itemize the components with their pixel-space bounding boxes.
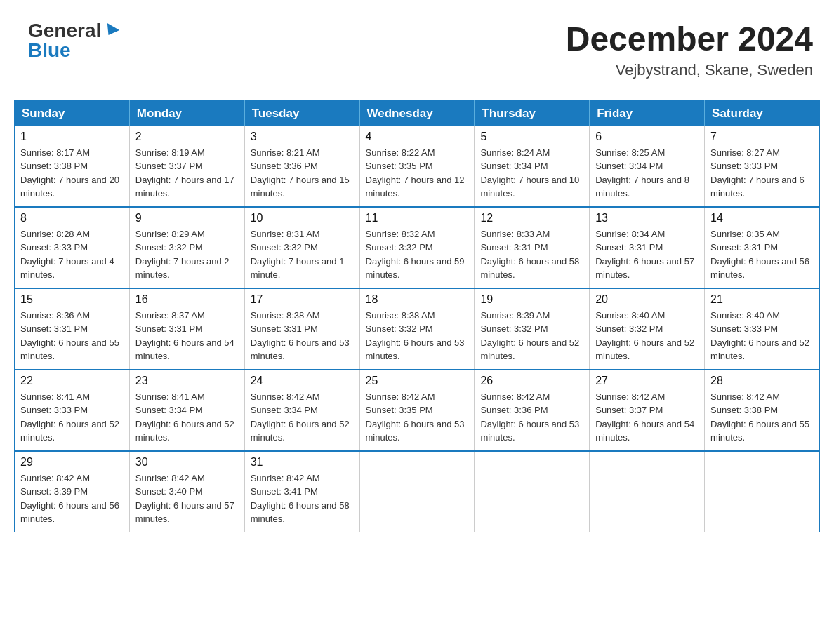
calendar-day-cell: 23 Sunrise: 8:41 AMSunset: 3:34 PMDaylig… [129, 370, 244, 451]
calendar-day-cell: 28 Sunrise: 8:42 AMSunset: 3:38 PMDaylig… [705, 370, 820, 451]
calendar-day-cell [590, 451, 705, 532]
day-info: Sunrise: 8:42 AMSunset: 3:40 PMDaylight:… [135, 471, 239, 526]
calendar-day-cell: 6 Sunrise: 8:25 AMSunset: 3:34 PMDayligh… [590, 126, 705, 207]
day-number: 22 [20, 375, 124, 387]
day-number: 27 [595, 375, 699, 387]
day-info: Sunrise: 8:38 AMSunset: 3:32 PMDaylight:… [366, 309, 469, 363]
calendar-day-cell: 22 Sunrise: 8:41 AMSunset: 3:33 PMDaylig… [15, 370, 130, 451]
day-number: 15 [20, 293, 124, 306]
day-number: 21 [710, 293, 814, 306]
calendar-day-cell: 13 Sunrise: 8:34 AMSunset: 3:31 PMDaylig… [590, 207, 705, 288]
day-info: Sunrise: 8:42 AMSunset: 3:39 PMDaylight:… [20, 471, 124, 526]
day-info: Sunrise: 8:40 AMSunset: 3:32 PMDaylight:… [595, 309, 699, 363]
header-wednesday: Wednesday [359, 100, 475, 126]
calendar-day-cell: 15 Sunrise: 8:36 AMSunset: 3:31 PMDaylig… [15, 288, 130, 370]
calendar-header-row: Sunday Monday Tuesday Wednesday Thursday… [15, 100, 820, 126]
page-header: General Blue December 2024 Vejbystrand, … [14, 14, 820, 86]
day-number: 31 [251, 456, 354, 469]
day-number: 24 [251, 375, 354, 387]
calendar-day-cell: 18 Sunrise: 8:38 AMSunset: 3:32 PMDaylig… [359, 288, 475, 370]
calendar-day-cell: 12 Sunrise: 8:33 AMSunset: 3:31 PMDaylig… [475, 207, 590, 288]
day-info: Sunrise: 8:27 AMSunset: 3:33 PMDaylight:… [710, 146, 814, 201]
day-number: 5 [480, 130, 583, 143]
day-number: 29 [20, 456, 124, 469]
day-info: Sunrise: 8:42 AMSunset: 3:37 PMDaylight:… [595, 390, 699, 445]
day-info: Sunrise: 8:42 AMSunset: 3:34 PMDaylight:… [251, 390, 354, 445]
day-number: 23 [135, 375, 239, 387]
day-number: 14 [710, 212, 814, 224]
header-tuesday: Tuesday [244, 100, 359, 126]
calendar-day-cell: 4 Sunrise: 8:22 AMSunset: 3:35 PMDayligh… [359, 126, 475, 207]
header-sunday: Sunday [15, 100, 130, 126]
day-number: 30 [135, 456, 239, 469]
day-number: 1 [20, 130, 124, 143]
calendar-day-cell: 5 Sunrise: 8:24 AMSunset: 3:34 PMDayligh… [475, 126, 590, 207]
calendar-day-cell: 3 Sunrise: 8:21 AMSunset: 3:36 PMDayligh… [244, 126, 359, 207]
calendar-day-cell: 7 Sunrise: 8:27 AMSunset: 3:33 PMDayligh… [705, 126, 820, 207]
day-info: Sunrise: 8:36 AMSunset: 3:31 PMDaylight:… [20, 309, 124, 363]
day-number: 26 [480, 375, 583, 387]
header-friday: Friday [590, 100, 705, 126]
day-number: 19 [480, 293, 583, 306]
calendar-day-cell: 29 Sunrise: 8:42 AMSunset: 3:39 PMDaylig… [15, 451, 130, 532]
calendar-day-cell [705, 451, 820, 532]
logo-general-text: General [28, 21, 101, 41]
day-info: Sunrise: 8:33 AMSunset: 3:31 PMDaylight:… [480, 227, 583, 282]
day-number: 25 [366, 375, 469, 387]
day-number: 7 [710, 130, 814, 143]
calendar-day-cell: 27 Sunrise: 8:42 AMSunset: 3:37 PMDaylig… [590, 370, 705, 451]
day-number: 11 [366, 212, 469, 224]
day-info: Sunrise: 8:17 AMSunset: 3:38 PMDaylight:… [20, 146, 124, 201]
logo: General Blue [28, 21, 118, 60]
day-number: 28 [710, 375, 814, 387]
calendar-day-cell: 25 Sunrise: 8:42 AMSunset: 3:35 PMDaylig… [359, 370, 475, 451]
day-info: Sunrise: 8:29 AMSunset: 3:32 PMDaylight:… [135, 227, 239, 282]
header-thursday: Thursday [475, 100, 590, 126]
day-number: 4 [366, 130, 469, 143]
calendar-day-cell: 24 Sunrise: 8:42 AMSunset: 3:34 PMDaylig… [244, 370, 359, 451]
calendar-week-row: 15 Sunrise: 8:36 AMSunset: 3:31 PMDaylig… [15, 288, 820, 370]
day-info: Sunrise: 8:34 AMSunset: 3:31 PMDaylight:… [595, 227, 699, 282]
calendar-day-cell: 17 Sunrise: 8:38 AMSunset: 3:31 PMDaylig… [244, 288, 359, 370]
calendar-week-row: 29 Sunrise: 8:42 AMSunset: 3:39 PMDaylig… [15, 451, 820, 532]
day-info: Sunrise: 8:21 AMSunset: 3:36 PMDaylight:… [251, 146, 354, 201]
day-info: Sunrise: 8:19 AMSunset: 3:37 PMDaylight:… [135, 146, 239, 201]
header-saturday: Saturday [705, 100, 820, 126]
calendar-day-cell: 9 Sunrise: 8:29 AMSunset: 3:32 PMDayligh… [129, 207, 244, 288]
day-info: Sunrise: 8:31 AMSunset: 3:32 PMDaylight:… [251, 227, 354, 282]
day-number: 9 [135, 212, 239, 224]
calendar-day-cell: 14 Sunrise: 8:35 AMSunset: 3:31 PMDaylig… [705, 207, 820, 288]
calendar-table: Sunday Monday Tuesday Wednesday Thursday… [14, 100, 820, 532]
day-info: Sunrise: 8:24 AMSunset: 3:34 PMDaylight:… [480, 146, 583, 201]
title-area: December 2024 Vejbystrand, Skane, Sweden [566, 21, 813, 79]
day-info: Sunrise: 8:41 AMSunset: 3:34 PMDaylight:… [135, 390, 239, 445]
calendar-day-cell: 19 Sunrise: 8:39 AMSunset: 3:32 PMDaylig… [475, 288, 590, 370]
calendar-week-row: 8 Sunrise: 8:28 AMSunset: 3:33 PMDayligh… [15, 207, 820, 288]
day-info: Sunrise: 8:28 AMSunset: 3:33 PMDaylight:… [20, 227, 124, 282]
day-info: Sunrise: 8:22 AMSunset: 3:35 PMDaylight:… [366, 146, 469, 201]
day-info: Sunrise: 8:42 AMSunset: 3:36 PMDaylight:… [480, 390, 583, 445]
calendar-day-cell: 2 Sunrise: 8:19 AMSunset: 3:37 PMDayligh… [129, 126, 244, 207]
day-number: 6 [595, 130, 699, 143]
day-number: 3 [251, 130, 354, 143]
day-info: Sunrise: 8:42 AMSunset: 3:35 PMDaylight:… [366, 390, 469, 445]
calendar-day-cell: 26 Sunrise: 8:42 AMSunset: 3:36 PMDaylig… [475, 370, 590, 451]
day-info: Sunrise: 8:32 AMSunset: 3:32 PMDaylight:… [366, 227, 469, 282]
day-number: 20 [595, 293, 699, 306]
day-info: Sunrise: 8:41 AMSunset: 3:33 PMDaylight:… [20, 390, 124, 445]
day-number: 17 [251, 293, 354, 306]
calendar-day-cell: 8 Sunrise: 8:28 AMSunset: 3:33 PMDayligh… [15, 207, 130, 288]
calendar-day-cell: 31 Sunrise: 8:42 AMSunset: 3:41 PMDaylig… [244, 451, 359, 532]
logo-triangle-icon [102, 23, 119, 39]
day-info: Sunrise: 8:38 AMSunset: 3:31 PMDaylight:… [251, 309, 354, 363]
day-info: Sunrise: 8:42 AMSunset: 3:38 PMDaylight:… [710, 390, 814, 445]
header-monday: Monday [129, 100, 244, 126]
day-number: 12 [480, 212, 583, 224]
calendar-day-cell: 20 Sunrise: 8:40 AMSunset: 3:32 PMDaylig… [590, 288, 705, 370]
calendar-week-row: 1 Sunrise: 8:17 AMSunset: 3:38 PMDayligh… [15, 126, 820, 207]
month-title: December 2024 [566, 21, 813, 58]
calendar-day-cell [475, 451, 590, 532]
calendar-day-cell: 11 Sunrise: 8:32 AMSunset: 3:32 PMDaylig… [359, 207, 475, 288]
calendar-day-cell: 1 Sunrise: 8:17 AMSunset: 3:38 PMDayligh… [15, 126, 130, 207]
day-number: 2 [135, 130, 239, 143]
